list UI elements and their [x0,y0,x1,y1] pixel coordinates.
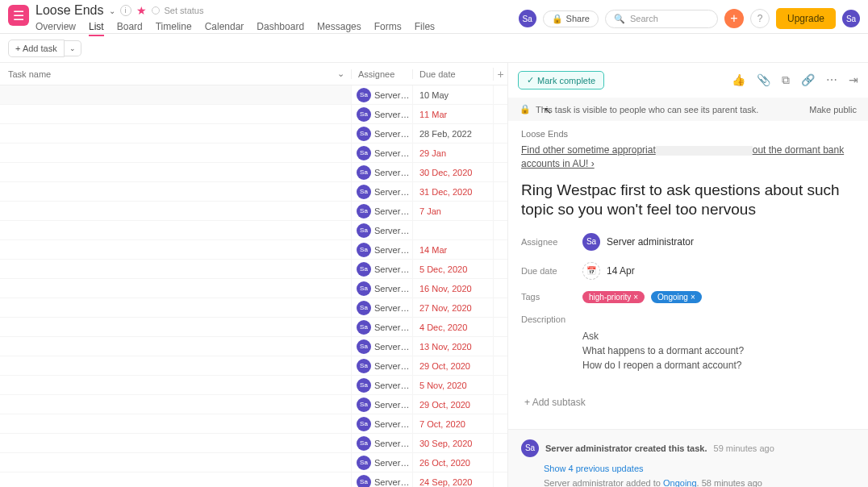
tab-overview[interactable]: Overview [35,21,76,36]
table-row[interactable]: SaServer admi... 29 Jan [0,144,507,163]
like-icon[interactable]: 👍 [732,73,745,87]
table-row[interactable]: SaServer admi... 29 Oct, 2020 [0,356,507,376]
table-row[interactable]: SaServer admi... 26 Oct, 2020 [0,453,507,472]
profile-avatar[interactable]: Sa [842,10,860,27]
table-row[interactable]: SaServer admi... 10 May [0,85,507,105]
share-button[interactable]: 🔒 Share [543,10,599,27]
cell-due[interactable]: 13 Nov, 2020 [412,337,493,356]
table-row[interactable]: SaServer admi... 24 Sep, 2020 [0,472,507,487]
cell-due[interactable]: 5 Dec, 2020 [412,260,493,278]
col-assignee-header[interactable]: Assignee [351,69,412,79]
search-input[interactable]: 🔍 Search [605,10,718,28]
cell-assignee[interactable]: SaServer admi... [351,472,412,487]
parent-task-link[interactable]: Find other sometime appropriatout the do… [521,144,855,171]
close-pane-icon[interactable]: ⇥ [849,73,858,87]
cell-assignee[interactable]: SaServer admi... [351,105,412,123]
table-row[interactable]: SaServer admi... 29 Oct, 2020 [0,395,507,414]
task-title[interactable]: Ring Westpac first to ask questions abou… [521,181,855,220]
cell-assignee[interactable]: SaServer admi... [351,434,412,452]
cell-due[interactable]: 30 Sep, 2020 [412,434,493,452]
add-task-button[interactable]: + Add task [8,40,65,57]
cell-due[interactable]: 26 Oct, 2020 [412,453,493,472]
table-row[interactable]: SaServer admi... 14 Mar [0,240,507,260]
remove-tag-icon[interactable]: × [633,293,638,302]
show-previous-link[interactable]: Show 4 previous updates [544,464,855,473]
cell-assignee[interactable]: SaServer admi... [351,318,412,336]
table-row[interactable]: SaServer admi... 30 Sep, 2020 [0,434,507,453]
tab-messages[interactable]: Messages [317,21,361,36]
cell-due[interactable]: 16 Nov, 2020 [412,279,493,298]
link-icon[interactable]: 🔗 [801,73,815,87]
table-row[interactable]: SaServer admi... 13 Nov, 2020 [0,337,507,356]
help-button[interactable]: ? [750,9,770,28]
table-row[interactable]: SaServer admi... 11 Mar [0,105,507,124]
col-name-header[interactable]: Task name⌄ [0,69,351,79]
chevron-down-icon[interactable]: ⌄ [109,6,115,15]
cell-due[interactable] [412,221,493,239]
info-icon[interactable]: i [120,5,131,16]
set-status-button[interactable]: Set status [165,6,204,15]
table-row[interactable]: SaServer admi... 31 Dec, 2020 [0,182,507,202]
cell-due[interactable]: 7 Jan [412,202,493,220]
cell-assignee[interactable]: SaServer admi... [351,376,412,394]
cell-due[interactable]: 28 Feb, 2022 [412,124,493,143]
assignee-value[interactable]: SaServer administrator [582,233,694,251]
tag[interactable]: Ongoing × [651,291,702,303]
table-row[interactable]: SaServer admi... [0,221,507,240]
cell-assignee[interactable]: SaServer admi... [351,395,412,414]
add-subtask-button[interactable]: + Add subtask [524,397,855,408]
user-avatar[interactable]: Sa [519,10,536,27]
table-row[interactable]: SaServer admi... 7 Oct, 2020 [0,414,507,434]
tab-dashboard[interactable]: Dashboard [257,21,304,36]
cell-due[interactable]: 29 Oct, 2020 [412,395,493,414]
cell-assignee[interactable]: SaServer admi... [351,279,412,298]
cell-assignee[interactable]: SaServer admi... [351,453,412,472]
tab-files[interactable]: Files [415,21,435,36]
project-title[interactable]: Loose Ends [35,3,104,18]
cell-assignee[interactable]: SaServer admi... [351,182,412,201]
star-icon[interactable]: ★ [136,4,147,17]
col-duedate-header[interactable]: Due date [412,69,493,79]
tab-forms[interactable]: Forms [374,21,402,36]
cell-due[interactable]: 5 Nov, 2020 [412,376,493,394]
cell-due[interactable]: 27 Nov, 2020 [412,298,493,317]
cell-due[interactable]: 24 Sep, 2020 [412,472,493,487]
table-row[interactable]: SaServer admi... 5 Dec, 2020 [0,260,507,279]
cell-assignee[interactable]: SaServer admi... [351,124,412,143]
table-row[interactable]: SaServer admi... 28 Feb, 2022 [0,124,507,144]
cell-due[interactable]: 7 Oct, 2020 [412,414,493,433]
cell-name[interactable] [0,85,351,104]
add-column-button[interactable]: + [493,68,507,81]
make-public-button[interactable]: Make public [809,105,857,114]
cell-due[interactable]: 29 Oct, 2020 [412,356,493,375]
cell-due[interactable]: 29 Jan [412,144,493,162]
table-row[interactable]: SaServer admi... 27 Nov, 2020 [0,298,507,318]
add-button[interactable]: + [724,9,744,28]
cell-due[interactable]: 14 Mar [412,240,493,259]
cell-due[interactable]: 30 Dec, 2020 [412,163,493,181]
table-row[interactable]: SaServer admi... 30 Dec, 2020 [0,163,507,182]
tab-list[interactable]: List [89,21,104,36]
cell-due[interactable]: 31 Dec, 2020 [412,182,493,201]
cell-assignee[interactable]: SaServer admi... [351,202,412,220]
cell-assignee[interactable]: SaServer admi... [351,163,412,181]
tab-calendar[interactable]: Calendar [205,21,244,36]
cell-assignee[interactable]: SaServer admi... [351,356,412,375]
cell-assignee[interactable]: SaServer admi... [351,221,412,239]
add-task-chevron[interactable]: ⌄ [65,40,81,56]
attachment-icon[interactable]: 📎 [757,73,770,87]
table-row[interactable]: SaServer admi... 16 Nov, 2020 [0,279,507,298]
cell-assignee[interactable]: SaServer admi... [351,337,412,356]
cell-due[interactable]: 4 Dec, 2020 [412,318,493,336]
breadcrumb[interactable]: Loose Ends [521,129,855,139]
mark-complete-button[interactable]: ✓ Mark complete [518,71,604,89]
cell-assignee[interactable]: SaServer admi... [351,414,412,433]
subtask-icon[interactable]: ⧉ [782,73,790,87]
tab-timeline[interactable]: Timeline [156,21,192,36]
upgrade-button[interactable]: Upgrade [776,8,836,29]
cell-assignee[interactable]: SaServer admi... [351,144,412,162]
chevron-down-icon[interactable]: ⌄ [337,69,344,79]
table-row[interactable]: SaServer admi... 7 Jan [0,202,507,221]
due-date-value[interactable]: 📅14 Apr [582,262,635,280]
cell-assignee[interactable]: SaServer admi... [351,298,412,317]
